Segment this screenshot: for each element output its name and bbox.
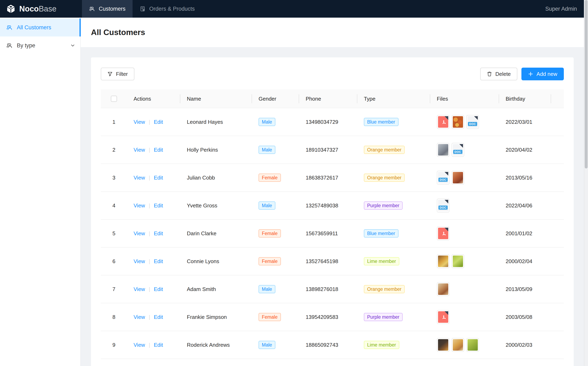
file-image-thumbnail[interactable] <box>452 254 464 268</box>
files-group: DOC <box>437 171 464 185</box>
edit-link[interactable]: Edit <box>154 342 163 348</box>
content-area: Filter Delete Add new Action <box>81 47 588 366</box>
gender-tag: Female <box>259 229 281 237</box>
select-all-checkbox[interactable] <box>111 96 117 102</box>
file-pdf-icon[interactable] <box>437 226 450 240</box>
view-link[interactable]: View <box>134 119 145 125</box>
type-cell: Blue member <box>357 229 430 237</box>
doc-label: DOC <box>453 150 462 154</box>
name-cell: Holly Perkins <box>180 147 252 153</box>
file-doc-icon[interactable]: DOC <box>452 143 464 157</box>
file-image-thumbnail[interactable] <box>466 338 479 352</box>
gender-cell: Female <box>252 229 299 237</box>
view-link[interactable]: View <box>134 314 145 320</box>
actions-cell: View|Edit <box>127 342 180 348</box>
files-group: DOC <box>437 115 479 129</box>
actions-cell: View|Edit <box>127 202 180 209</box>
view-link[interactable]: View <box>134 342 145 348</box>
type-cell: Orange member <box>357 146 430 154</box>
type-cell: Lime member <box>357 257 430 265</box>
image-thumb <box>438 283 448 295</box>
sidebar-item-by-type[interactable]: By type <box>0 37 80 54</box>
nocobase-logo[interactable]: NocoBase <box>0 0 82 18</box>
view-link[interactable]: View <box>134 258 145 265</box>
type-cell: Blue member <box>357 118 430 126</box>
action-divider: | <box>149 202 150 209</box>
file-pdf-icon[interactable] <box>437 310 450 324</box>
table-row: 4View|EditYvette GrossMale13257489038Pur… <box>101 192 564 220</box>
filter-button[interactable]: Filter <box>101 68 134 80</box>
scrollbar-thumb[interactable] <box>585 0 588 168</box>
table-toolbar: Filter Delete Add new <box>101 68 564 80</box>
gender-cell: Male <box>252 341 299 349</box>
add-new-button-label: Add new <box>536 71 557 77</box>
table-row: 3View|EditJulian CobbFemale18638372617Or… <box>101 164 564 192</box>
user-menu[interactable]: Super Admin <box>545 0 588 18</box>
sidebar-item-label: All Customers <box>17 24 51 31</box>
column-header-label: Files <box>437 96 448 102</box>
file-doc-icon[interactable]: DOC <box>466 115 479 129</box>
name-cell: Julian Cobb <box>180 175 252 181</box>
view-link[interactable]: View <box>134 147 145 153</box>
table-row: 6View|EditConnie LyonsFemale13527645198L… <box>101 248 564 275</box>
image-thumb <box>438 144 448 156</box>
customers-table: ActionsNameGenderPhoneTypeFilesBirthday … <box>101 89 564 359</box>
edit-link[interactable]: Edit <box>154 286 163 292</box>
files-group <box>437 282 450 296</box>
action-divider: | <box>149 342 150 348</box>
page-scrollbar[interactable] <box>584 0 588 366</box>
view-link[interactable]: View <box>134 175 145 181</box>
file-image-thumbnail[interactable] <box>437 143 450 157</box>
add-new-button[interactable]: Add new <box>521 68 564 80</box>
edit-link[interactable]: Edit <box>154 119 163 125</box>
edit-link[interactable]: Edit <box>154 175 163 181</box>
edit-link[interactable]: Edit <box>154 147 163 153</box>
gender-tag: Male <box>259 341 275 349</box>
table-row: 5View|EditDarin ClarkeFemale15673659911B… <box>101 220 564 248</box>
file-image-thumbnail[interactable] <box>452 171 464 185</box>
delete-button[interactable]: Delete <box>480 68 517 80</box>
image-thumb <box>453 339 463 351</box>
edit-link[interactable]: Edit <box>154 230 163 237</box>
name-cell: Yvette Gross <box>180 202 252 209</box>
files-cell <box>430 338 499 352</box>
file-image-thumbnail[interactable] <box>437 254 450 268</box>
nav-tab-orders-products[interactable]: Orders & Products <box>133 0 202 18</box>
file-pdf-icon[interactable] <box>437 115 450 129</box>
file-image-thumbnail[interactable] <box>452 115 464 129</box>
file-image-thumbnail[interactable] <box>437 282 450 296</box>
users-icon <box>6 42 13 49</box>
file-image-thumbnail[interactable] <box>452 338 464 352</box>
sidebar-item-label: By type <box>17 42 35 49</box>
delete-button-label: Delete <box>495 71 511 77</box>
type-cell: Orange member <box>357 174 430 182</box>
files-cell <box>430 282 499 296</box>
files-group <box>437 338 479 352</box>
select-all-header-cell <box>101 89 127 108</box>
type-tag: Blue member <box>364 229 399 237</box>
file-doc-icon[interactable]: DOC <box>437 171 450 185</box>
type-tag: Orange member <box>364 146 405 154</box>
gender-tag: Male <box>259 146 275 154</box>
edit-link[interactable]: Edit <box>154 258 163 265</box>
app-window: NocoBase CustomersOrders & Products Supe… <box>0 0 588 366</box>
edit-link[interactable]: Edit <box>154 314 163 320</box>
birthday-cell: 2003/05/08 <box>499 314 551 320</box>
birthday-cell: 2000/02/03 <box>499 342 551 348</box>
doc-label: DOC <box>438 206 448 210</box>
sidebar-item-all-customers[interactable]: All Customers <box>0 18 80 37</box>
sidebar: All CustomersBy type <box>0 18 81 366</box>
action-divider: | <box>149 314 150 320</box>
action-divider: | <box>149 230 150 237</box>
file-doc-icon[interactable]: DOC <box>437 198 450 213</box>
view-link[interactable]: View <box>134 202 145 209</box>
nav-tab-customers[interactable]: Customers <box>82 0 133 18</box>
file-image-thumbnail[interactable] <box>437 338 450 352</box>
row-index: 6 <box>101 258 127 265</box>
name-cell: Leonard Hayes <box>180 119 252 125</box>
gender-tag: Male <box>259 201 275 210</box>
view-link[interactable]: View <box>134 286 145 292</box>
view-link[interactable]: View <box>134 230 145 237</box>
column-header-filler <box>551 89 564 108</box>
edit-link[interactable]: Edit <box>154 202 163 209</box>
